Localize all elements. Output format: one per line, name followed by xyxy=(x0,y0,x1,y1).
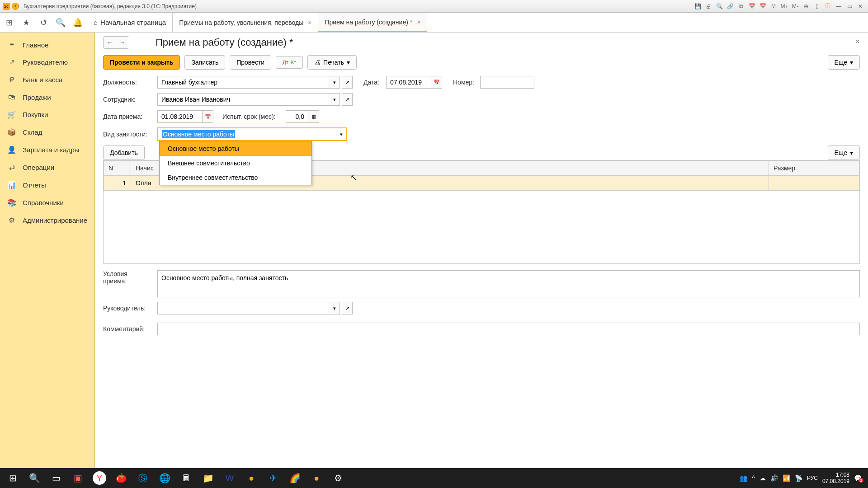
taskbar-app-chrome[interactable]: 🌈 xyxy=(284,469,306,487)
nav-forward[interactable]: → xyxy=(116,37,129,48)
close-icon[interactable]: × xyxy=(308,19,311,26)
dropdown-option-main[interactable]: Основное место работы xyxy=(160,141,311,156)
taskbar-app-yandex[interactable]: Y xyxy=(93,471,106,485)
open-icon[interactable]: ↗ xyxy=(342,93,353,106)
taskbar-app-explorer[interactable]: 📁 xyxy=(197,469,219,487)
sidebar-item-sales[interactable]: 🛍Продажи xyxy=(0,89,94,106)
task-view[interactable]: ▭ xyxy=(45,469,67,487)
toolbar-calendar-icon[interactable]: 📅 xyxy=(747,2,757,11)
taskbar-app-1c[interactable]: ● xyxy=(241,469,262,487)
window-close[interactable]: ✕ xyxy=(855,2,865,11)
col-n[interactable]: N xyxy=(104,161,131,176)
tray-network-icon[interactable]: 📡 xyxy=(795,474,802,482)
tray-lang[interactable]: РУС xyxy=(807,475,818,481)
open-icon[interactable]: ↗ xyxy=(342,302,353,314)
notifications-icon[interactable]: 🔔 xyxy=(72,17,83,28)
calendar-icon[interactable]: 📅 xyxy=(431,76,442,89)
toolbar-m-icon[interactable]: M xyxy=(769,2,778,11)
dropdown-icon[interactable]: ▾ xyxy=(329,302,340,314)
toolbar-link-icon[interactable]: 🔗 xyxy=(725,2,735,11)
conditions-input[interactable] xyxy=(157,270,860,297)
taskbar-app-settings[interactable]: ⚙ xyxy=(327,469,349,487)
dropdown-option-internal[interactable]: Внутреннее совместительство xyxy=(160,170,311,185)
table-more-button[interactable]: Еще ▾ xyxy=(828,145,860,160)
cell-n: 1 xyxy=(104,176,131,191)
sidebar-item-salary[interactable]: 👤Зарплата и кадры xyxy=(0,141,94,159)
history-icon[interactable]: ↺ xyxy=(38,17,49,28)
position-input[interactable] xyxy=(157,76,329,89)
add-row-button[interactable]: Добавить xyxy=(103,145,145,160)
print-button[interactable]: 🖨Печать▾ xyxy=(307,55,357,70)
employment-type-dropdown[interactable]: Основное место работы ▾ Основное место р… xyxy=(157,127,347,141)
comment-input[interactable] xyxy=(157,323,860,335)
calendar-icon[interactable]: 📅 xyxy=(203,110,213,123)
tray-notifications-icon[interactable]: 💬3 xyxy=(854,474,862,482)
toolbar-copy-icon[interactable]: ⧉ xyxy=(736,2,746,11)
tray-up-icon[interactable]: ^ xyxy=(752,474,755,482)
sidebar-item-warehouse[interactable]: 📦Склад xyxy=(0,123,94,141)
toolbar-calendar2-icon[interactable]: 📅 xyxy=(758,2,768,11)
tray-speaker-icon[interactable]: 🔊 xyxy=(770,474,778,482)
manager-input[interactable] xyxy=(157,302,329,314)
taskbar-app-tomato[interactable]: 🍅 xyxy=(110,469,132,487)
close-icon[interactable]: × xyxy=(417,19,420,26)
date-input[interactable] xyxy=(386,76,431,89)
probation-input[interactable] xyxy=(286,110,308,123)
window-maximize[interactable]: ▭ xyxy=(844,2,854,11)
toolbar-search-icon[interactable]: 🔍 xyxy=(714,2,724,11)
submit-button[interactable]: Провести xyxy=(230,55,271,70)
tray-wifi-icon[interactable]: 📶 xyxy=(783,474,790,482)
apps-icon[interactable]: ⊞ xyxy=(4,17,14,28)
app-menu-dropdown[interactable]: ▾ xyxy=(12,3,19,10)
tray-people-icon[interactable]: 👥 xyxy=(740,474,747,482)
more-button[interactable]: Еще ▾ xyxy=(828,55,860,70)
employee-input[interactable] xyxy=(157,93,329,106)
submit-close-button[interactable]: Провести и закрыть xyxy=(103,55,180,70)
taskbar-app-1c2[interactable]: ● xyxy=(306,469,327,487)
taskbar-app-word[interactable]: W xyxy=(219,469,241,487)
favorite-icon[interactable]: ★ xyxy=(21,17,32,28)
tray-onedrive-icon[interactable]: ☁ xyxy=(760,474,766,482)
taskbar-app-powerpoint[interactable]: ▣ xyxy=(67,469,89,487)
hire-date-input[interactable] xyxy=(157,110,203,123)
chevron-down-icon[interactable]: ▾ xyxy=(336,131,343,137)
tab-receptions-list[interactable]: Приемы на работу, увольнения, переводы × xyxy=(173,13,318,32)
taskbar-app-telegram[interactable]: ✈ xyxy=(262,469,284,487)
toolbar-save-icon[interactable]: 💾 xyxy=(693,2,703,11)
sidebar-item-references[interactable]: 📚Справочники xyxy=(0,194,94,211)
calc-icon[interactable]: ▦ xyxy=(308,110,319,123)
close-page-icon[interactable]: × xyxy=(855,37,860,47)
open-icon[interactable]: ↗ xyxy=(342,76,353,89)
sidebar-item-reports[interactable]: 📊Отчеты xyxy=(0,176,94,194)
col-size[interactable]: Размер xyxy=(769,161,859,176)
tab-reception-create[interactable]: Прием на работу (создание) * × xyxy=(318,13,427,32)
sidebar-item-manager[interactable]: ↗Руководителю xyxy=(0,53,94,71)
search-icon[interactable]: 🔍 xyxy=(55,17,66,28)
toolbar-mminus-icon[interactable]: M- xyxy=(790,2,800,11)
nav-back[interactable]: ← xyxy=(104,37,116,48)
sidebar-item-admin[interactable]: ⚙Администрирование xyxy=(0,211,94,229)
toolbar-panel-icon[interactable]: ▯ xyxy=(812,2,822,11)
tab-home[interactable]: ⌂ Начальная страница xyxy=(87,13,173,32)
window-minimize[interactable]: — xyxy=(834,2,844,11)
taskbar-app-skype[interactable]: Ⓢ xyxy=(132,469,154,487)
sidebar-item-main[interactable]: ≡Главное xyxy=(0,36,94,53)
dropdown-icon[interactable]: ▾ xyxy=(329,76,340,89)
taskbar-app-calc[interactable]: 🖩 xyxy=(175,469,197,487)
save-button[interactable]: Записать xyxy=(184,55,225,70)
sidebar-item-bank[interactable]: ₽Банк и касса xyxy=(0,71,94,89)
taskbar-search[interactable]: 🔍 xyxy=(24,469,45,487)
dropdown-option-external[interactable]: Внешнее совместительство xyxy=(160,156,311,170)
taskbar-app-firefox[interactable]: 🌐 xyxy=(154,469,175,487)
toolbar-info-icon[interactable]: ⓘ xyxy=(823,2,833,11)
toolbar-zoom-icon[interactable]: ⊕ xyxy=(801,2,811,11)
sidebar-item-operations[interactable]: ⇄Операции xyxy=(0,159,94,176)
tray-clock[interactable]: 17:08 07.08.2019 xyxy=(822,472,849,485)
dtkt-button[interactable]: ДтКт xyxy=(276,56,303,69)
start-button[interactable]: ⊞ xyxy=(2,469,24,487)
dropdown-icon[interactable]: ▾ xyxy=(329,93,340,106)
number-input[interactable] xyxy=(480,76,534,89)
toolbar-print-icon[interactable]: 🖨 xyxy=(703,2,713,11)
sidebar-item-purchases[interactable]: 🛒Покупки xyxy=(0,106,94,123)
toolbar-mplus-icon[interactable]: M+ xyxy=(779,2,789,11)
